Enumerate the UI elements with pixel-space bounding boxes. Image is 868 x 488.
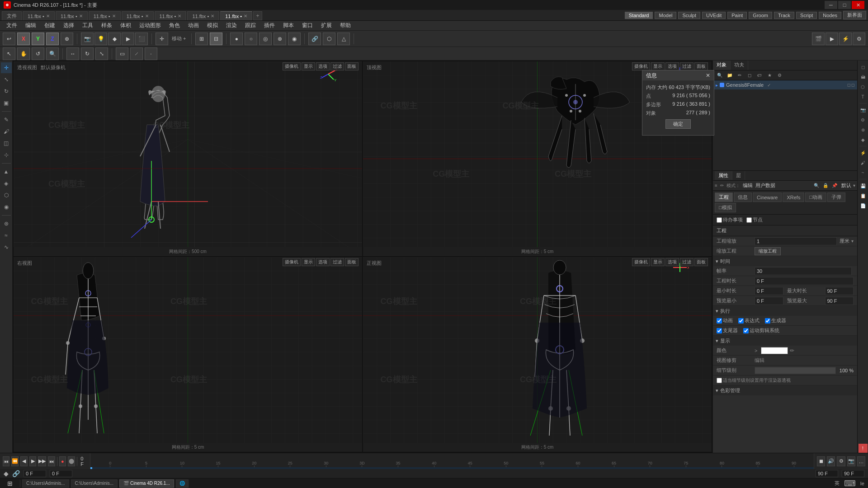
fb-current-frame[interactable] [50,470,72,477]
menu-simulate[interactable]: 模拟 [203,21,222,30]
lt-knife[interactable]: ⊹ [1,150,12,160]
lt-bridge[interactable]: ⬡ [1,190,12,201]
tb-light[interactable]: 💡 [94,33,107,45]
dialog-close-btn[interactable]: ✕ [706,72,710,79]
ptab-cineware[interactable]: Cineware [753,192,782,202]
ri-camera[interactable]: 📷 [859,105,868,114]
task-explorer1[interactable]: C:\Users\Adminis... [22,479,69,488]
tb-camera[interactable]: 📷 [81,33,94,45]
tb2-orbit[interactable]: ↺ [32,47,44,60]
start-button[interactable]: ⊞ [2,479,18,488]
tb2-rotate[interactable]: ↻ [81,47,94,60]
viewport-perspective[interactable]: CG模型主 CG模型主 CG模型主 透视视图 默认摄像机 摄像机 显示 选项 过… [14,61,362,256]
ptab-anim[interactable]: □动画 [805,192,826,202]
tl-last[interactable]: ⏭ [48,456,55,466]
ri-save[interactable]: 💾 [859,181,868,190]
tab-close-6[interactable]: ✕ [211,14,214,19]
tl-end-audio[interactable]: 🔊 [827,456,835,466]
lt-smooth[interactable]: ≈ [1,230,12,241]
lod-slider[interactable] [755,367,836,374]
tb2-scale[interactable]: ⤡ [95,47,108,60]
menu-tools[interactable]: 工具 [79,21,97,30]
node-label[interactable]: 节点 [746,216,763,223]
tb-render-view[interactable]: ▶ [826,33,838,45]
todo-checkbox[interactable] [717,217,722,223]
menu-edit[interactable]: 编辑 [22,21,40,30]
vp-br-panel-btn[interactable]: 面板 [694,258,708,266]
tl-prev-key[interactable]: ⏪ [11,456,19,466]
vp-tr-filter-btn[interactable]: 过滤 [680,62,693,70]
vp-tl-filter-btn[interactable]: 过滤 [330,62,344,70]
rph-edit[interactable]: ✏ [736,71,744,80]
tl-play[interactable]: ▶ [29,456,36,466]
tab-5[interactable]: 11.fbx • ✕ [155,11,187,20]
lt-deform[interactable]: ∿ [1,242,12,253]
moclip-checkbox[interactable] [743,328,749,333]
ri-ring[interactable]: ⊕ [859,125,868,134]
tab-close-4[interactable]: ✕ [145,14,149,19]
tb-axis-y[interactable]: Y [32,33,44,45]
lt-fill[interactable]: ◉ [1,202,12,212]
timeline-ruler[interactable]: 0 5 10 15 20 25 30 3D 35 40 45 50 55 60 … [90,453,814,469]
tab-close-2[interactable]: ✕ [79,14,83,19]
vp-br-display-btn[interactable]: 显示 [651,258,665,266]
tb-snap2[interactable]: ⬡ [323,33,335,45]
ri-settings[interactable]: ⚙ [859,115,868,124]
lt-extrude[interactable]: ▲ [1,166,12,177]
menu-plugin[interactable]: 插件 [260,21,278,30]
pv-proj-scale[interactable] [755,237,837,245]
tb-snapping[interactable]: 🔗 [308,33,321,45]
tb-axis-z[interactable]: Z [46,33,59,45]
ri-obj[interactable]: ◻ [859,62,868,71]
lt-rotate[interactable]: ↻ [1,86,12,97]
tb-dot5[interactable]: ◉ [288,33,301,45]
display-section-header[interactable]: ▾ 显示 [713,336,857,346]
tl-prev[interactable]: ◀ [20,456,27,466]
ps-tab-attribute[interactable]: 属性 [715,171,732,180]
rp-tab-object[interactable]: 对象 [713,61,731,70]
tab-add-button[interactable]: + [253,11,262,20]
ptab-simulate[interactable]: □模拟 [715,203,736,212]
menu-extend[interactable]: 扩展 [317,21,335,30]
lt-transform[interactable]: ▣ [1,98,12,108]
vp-tl-camera-btn[interactable]: 摄像机 [283,62,301,70]
tab-4[interactable]: 11.fbx • ✕ [122,11,154,20]
tab-1[interactable]: 11.fbx • ✕ [23,11,55,20]
mode-track[interactable]: Track [774,12,794,19]
menu-volume[interactable]: 体积 [117,21,135,30]
ri-paste[interactable]: 📄 [859,201,868,210]
tab-close-5[interactable]: ✕ [178,14,181,19]
tl-end-dots[interactable]: … [857,456,865,466]
rph-tag[interactable]: 🏷 [755,71,764,80]
fb-end-frame1[interactable] [816,470,838,477]
vp-tl-panel-btn[interactable]: 面板 [345,62,359,70]
eff-checkbox[interactable] [717,328,722,333]
tab-7-active[interactable]: 11.fbx • ✕ [220,11,252,20]
ri-fx[interactable]: ⚡ [859,148,868,157]
lod-check-label[interactable]: 适当细节级别设置用于渲染器透视 [717,377,791,384]
tb-axis-x[interactable]: X [17,33,30,45]
dialog-title-bar[interactable]: 信息 ✕ [642,70,714,80]
dialog-confirm-btn[interactable]: 确定 [665,119,691,129]
menu-select[interactable]: 选择 [60,21,78,30]
tl-next[interactable]: ▶▶ [38,456,46,466]
tb-dot3[interactable]: ◎ [259,33,272,45]
tb2-pointer[interactable]: ↖ [3,47,15,60]
ri-brush2[interactable]: 🖌 [859,158,868,167]
ri-cloth[interactable]: ~ [859,168,868,177]
gen-checkbox[interactable] [765,318,770,324]
mode-groom[interactable]: Groom [749,12,772,19]
vp-bl-filter-btn[interactable]: 过滤 [330,258,344,266]
rp-tab-kungfu[interactable]: 功夫 [731,61,748,70]
mode-new-ui[interactable]: 新界面 [843,11,866,19]
vp-br-filter-btn[interactable]: 过滤 [680,258,693,266]
ptab-bullet[interactable]: 子弹 [827,192,845,202]
pv-prev-min[interactable] [755,297,783,305]
vp-tr-display-btn[interactable]: 显示 [651,62,665,70]
menu-file[interactable]: 文件 [3,21,21,30]
colormgmt-section-header[interactable]: ▾ 色彩管理 [713,385,857,395]
vp-tl-display-btn[interactable]: 显示 [302,62,315,70]
mode-nodes[interactable]: Nodes [819,12,841,19]
rph-settings[interactable]: ⚙ [775,71,783,80]
tb-grid[interactable]: ⊞ [195,33,208,45]
